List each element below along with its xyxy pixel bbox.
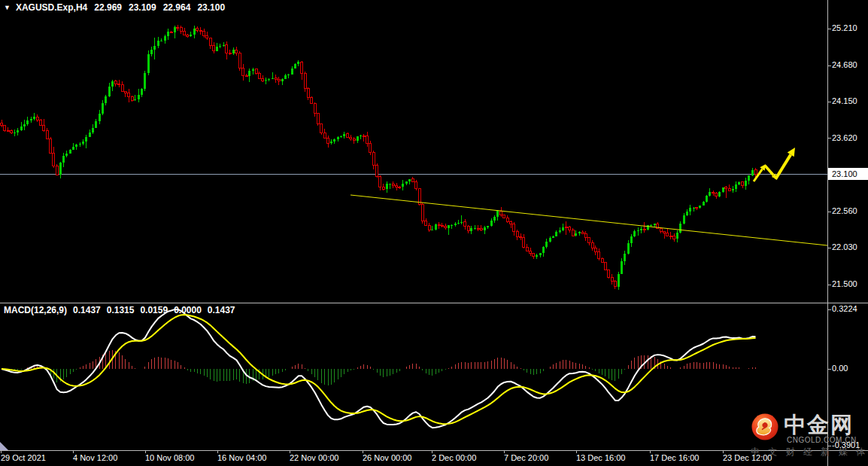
candle — [487, 226, 489, 227]
candle — [506, 218, 508, 221]
candle — [503, 215, 505, 218]
candle — [405, 181, 408, 184]
mt4-chart-window: ▼ XAGUSD.Exp,H4 22.969 23.109 22.964 23.… — [0, 0, 868, 466]
macd-reading: 0.1315 — [107, 305, 135, 315]
candle — [206, 36, 208, 38]
candle — [693, 208, 695, 209]
candle — [696, 208, 698, 209]
candle — [177, 27, 179, 28]
candle — [396, 186, 398, 187]
candle — [209, 38, 211, 45]
chart-canvas[interactable] — [0, 0, 868, 466]
candle — [164, 36, 166, 40]
candle — [131, 97, 133, 101]
forecast-arrows-layer[interactable] — [754, 148, 795, 181]
candle — [105, 96, 107, 103]
candle — [581, 232, 584, 233]
candle — [584, 233, 587, 237]
candle — [490, 221, 493, 226]
candle — [428, 225, 430, 230]
candle — [14, 132, 16, 133]
ohlc-close: 23.100 — [197, 2, 225, 13]
candle — [415, 181, 417, 188]
candle — [337, 137, 339, 139]
candle — [754, 170, 757, 174]
candle — [510, 222, 512, 224]
candle — [118, 84, 120, 85]
candle — [56, 166, 58, 175]
candle — [357, 136, 359, 141]
candle — [43, 126, 45, 131]
candle — [108, 87, 111, 96]
candle — [167, 32, 169, 36]
candle — [30, 119, 32, 121]
candle — [654, 224, 656, 225]
candle — [470, 228, 472, 230]
candle — [317, 113, 319, 123]
candle — [1, 123, 3, 126]
candle — [464, 222, 466, 227]
candle — [526, 247, 528, 251]
candle — [643, 229, 645, 230]
candle — [745, 181, 747, 186]
candle — [530, 251, 532, 254]
candle — [425, 221, 427, 226]
candle — [102, 103, 104, 114]
candle — [549, 238, 551, 242]
candle — [748, 175, 750, 180]
symbol-dropdown-icon[interactable]: ▼ — [4, 4, 11, 11]
candle — [591, 242, 593, 248]
candle — [402, 184, 404, 187]
candle — [147, 54, 150, 72]
candle — [366, 136, 369, 143]
candlesticks-layer — [1, 25, 757, 290]
candle — [565, 227, 567, 228]
candle — [333, 139, 335, 142]
candle — [555, 232, 557, 236]
macd-lines-layer — [2, 309, 756, 428]
candle — [242, 68, 244, 75]
candle — [751, 170, 754, 176]
candle — [386, 184, 388, 189]
candle — [728, 188, 730, 190]
candle — [360, 136, 362, 136]
candle — [611, 277, 613, 281]
candle — [203, 32, 205, 36]
candle — [150, 50, 153, 54]
candle — [637, 230, 639, 232]
candle — [608, 270, 610, 277]
candle — [474, 228, 476, 229]
candle — [467, 227, 469, 231]
candle — [33, 117, 35, 118]
candle — [17, 130, 19, 132]
candle — [539, 253, 542, 255]
candle — [99, 114, 101, 121]
candle — [53, 153, 55, 166]
macd-header: MACD(12,26,9) 0.1437 0.1315 0.0159 0.000… — [4, 305, 235, 315]
candle — [26, 120, 29, 123]
candle — [457, 223, 460, 224]
candle — [647, 225, 649, 229]
candle — [673, 236, 675, 239]
candle — [738, 182, 740, 184]
candle — [235, 50, 238, 53]
candle — [157, 41, 159, 46]
candle — [562, 227, 564, 230]
candle — [304, 74, 306, 89]
candle — [232, 50, 235, 53]
macd-reading: 0.0159 — [140, 305, 168, 315]
candle — [95, 121, 97, 128]
candle — [85, 137, 87, 141]
candle — [448, 225, 450, 228]
candle — [742, 182, 744, 186]
candle — [353, 139, 355, 141]
candle — [650, 225, 652, 226]
candle — [376, 166, 378, 176]
candle — [454, 224, 457, 225]
candle — [666, 233, 669, 236]
candle — [258, 73, 260, 78]
candle — [4, 126, 6, 131]
candle — [369, 143, 372, 152]
candle — [330, 142, 332, 143]
candle — [732, 189, 734, 190]
